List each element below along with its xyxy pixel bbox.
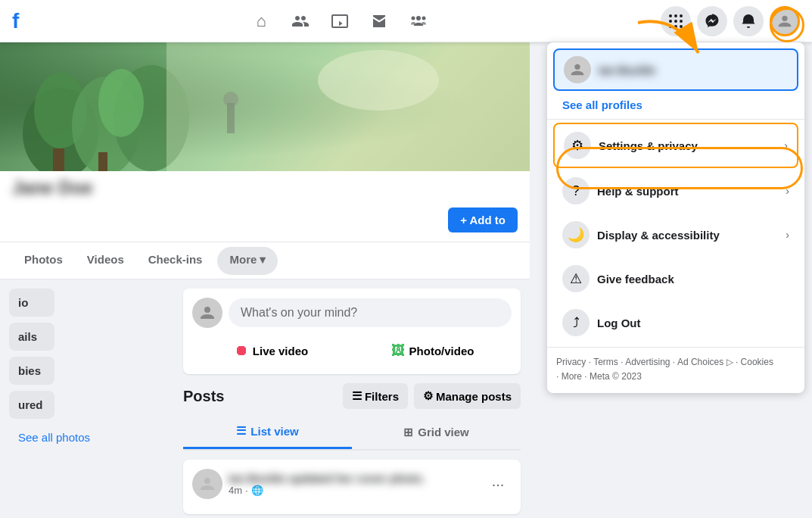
- nav-friends-btn[interactable]: [282, 3, 319, 39]
- display-label: Display & accessibility: [597, 229, 720, 242]
- nav-watch-btn[interactable]: [322, 3, 358, 39]
- post-actions: ⏺ Live video 🖼 Photo/video: [192, 337, 512, 365]
- footer-privacy-link[interactable]: Privacy: [556, 357, 586, 367]
- main-feed: What's on your mind? ⏺ Live video 🖼 Phot…: [174, 279, 530, 518]
- svg-point-2: [412, 16, 415, 20]
- nav-home-btn[interactable]: ⌂: [243, 3, 279, 39]
- profile-tabs: Photos Videos Check-ins More ▾: [0, 242, 530, 279]
- orange-arrow-annotation: [630, 15, 721, 71]
- view-tabs: ☰ List view ⊞ Grid view: [183, 415, 521, 451]
- profile-area: Jane Doe + Add to: [0, 171, 530, 242]
- filter-icon: ☰: [352, 389, 362, 403]
- logout-icon: ⤴: [562, 309, 590, 336]
- svg-point-0: [416, 16, 421, 20]
- svg-point-24: [318, 50, 439, 111]
- help-icon: ?: [562, 177, 590, 204]
- settings-chevron-icon: ›: [784, 139, 788, 151]
- list-view-icon: ☰: [236, 424, 246, 438]
- help-support-item[interactable]: ? Help & support ›: [553, 170, 798, 212]
- grid-view-icon: ⊞: [403, 426, 413, 439]
- see-all-photos-link[interactable]: See all photos: [9, 425, 165, 450]
- sidebar-item-2: ails: [9, 323, 54, 351]
- footer-more-link[interactable]: More: [562, 371, 582, 382]
- dropdown-avatar: [564, 56, 591, 83]
- live-video-btn[interactable]: ⏺ Live video: [192, 337, 350, 365]
- tab-photos[interactable]: Photos: [12, 242, 75, 279]
- add-to-button[interactable]: + Add to: [448, 208, 518, 232]
- post-more-btn[interactable]: ···: [484, 470, 512, 498]
- footer-adchoices-link[interactable]: Ad Choices ▷: [677, 357, 733, 367]
- cover-photo: [0, 42, 530, 171]
- svg-rect-19: [53, 148, 64, 171]
- left-sidebar: io ails bies ured See all photos: [0, 279, 174, 518]
- svg-point-27: [574, 64, 580, 70]
- photo-icon: 🖼: [391, 343, 405, 359]
- posts-buttons: ☰ Filters ⚙ Manage posts: [343, 383, 521, 409]
- list-view-tab[interactable]: ☰ List view: [183, 415, 352, 449]
- feed-post-user-info: Ian Buckle updated her cover photo. 4m ·…: [229, 472, 425, 496]
- nav-left: f: [12, 9, 19, 33]
- profile-actions: + Add to: [12, 208, 518, 232]
- chevron-down-icon: ▾: [260, 253, 266, 267]
- help-chevron-icon: ›: [786, 185, 789, 197]
- logout-label: Log Out: [597, 317, 640, 329]
- notifications-btn[interactable]: [733, 6, 764, 36]
- posts-title: Posts: [183, 388, 224, 405]
- logout-item[interactable]: ⤴ Log Out: [553, 301, 798, 344]
- svg-point-26: [204, 478, 210, 484]
- nav-center: ⌂: [19, 3, 661, 39]
- svg-point-25: [204, 307, 210, 313]
- filters-btn[interactable]: ☰ Filters: [343, 383, 408, 409]
- sidebar-item-4: ured: [9, 391, 54, 419]
- feed-post-header: Ian Buckle updated her cover photo. 4m ·…: [192, 469, 512, 499]
- help-label: Help & support: [597, 185, 679, 198]
- footer-cookies-link[interactable]: Cookies: [741, 357, 773, 367]
- profile-avatar-btn[interactable]: [770, 6, 800, 36]
- account-dropdown: Ian Buckle See all profiles ⚙ Settings &…: [547, 42, 804, 393]
- sidebar-item-1: io: [9, 289, 54, 317]
- feed-post: Ian Buckle updated her cover photo. 4m ·…: [183, 460, 521, 514]
- settings-privacy-item[interactable]: ⚙ Settings & privacy ›: [553, 123, 798, 168]
- feed-post-user: Ian Buckle updated her cover photo. 4m ·…: [192, 469, 425, 499]
- post-input-row: What's on your mind?: [192, 298, 512, 328]
- display-accessibility-item[interactable]: 🌙 Display & accessibility ›: [553, 214, 798, 256]
- display-icon: 🌙: [562, 221, 590, 248]
- gear-icon: ⚙: [423, 389, 433, 403]
- feedback-icon: ⚠: [562, 265, 590, 292]
- footer-terms-link[interactable]: Terms: [593, 357, 618, 367]
- dropdown-footer: Privacy · Terms · Advertising · Ad Choic…: [547, 347, 804, 387]
- tab-videos[interactable]: Videos: [75, 242, 136, 279]
- posts-header: Posts ☰ Filters ⚙ Manage posts: [183, 383, 521, 409]
- photo-video-btn[interactable]: 🖼 Photo/video: [353, 337, 512, 365]
- svg-rect-20: [98, 152, 107, 171]
- tab-more[interactable]: More ▾: [217, 247, 278, 275]
- display-chevron-icon: ›: [786, 229, 789, 241]
- tab-checkins[interactable]: Check-ins: [136, 242, 215, 279]
- feed-post-avatar: [192, 469, 222, 499]
- page-layout: io ails bies ured See all photos What's …: [0, 279, 530, 518]
- footer-meta-copyright: Meta © 2023: [590, 371, 642, 382]
- facebook-logo: f: [12, 9, 19, 33]
- globe-icon: 🌐: [251, 485, 263, 496]
- see-all-profiles-link[interactable]: See all profiles: [547, 94, 804, 120]
- feedback-label: Give feedback: [597, 273, 674, 286]
- svg-point-1: [422, 16, 426, 20]
- feed-post-name: Ian Buckle updated her cover photo.: [229, 472, 425, 485]
- manage-posts-btn[interactable]: ⚙ Manage posts: [414, 383, 521, 409]
- svg-point-18: [98, 69, 144, 137]
- post-box: What's on your mind? ⏺ Live video 🖼 Phot…: [183, 289, 521, 374]
- settings-icon: ⚙: [564, 132, 591, 159]
- post-input-field[interactable]: What's on your mind?: [229, 298, 512, 327]
- settings-label: Settings & privacy: [599, 139, 698, 152]
- give-feedback-item[interactable]: ⚠ Give feedback: [553, 257, 798, 300]
- nav-groups-btn[interactable]: [400, 3, 437, 39]
- feed-post-meta: 4m · 🌐: [229, 485, 425, 496]
- nav-marketplace-btn[interactable]: [361, 3, 397, 39]
- grid-view-tab[interactable]: ⊞ Grid view: [352, 415, 521, 449]
- footer-advertising-link[interactable]: Advertising: [625, 357, 670, 367]
- profile-name: Jane Doe: [12, 171, 518, 201]
- svg-point-12: [782, 15, 787, 20]
- sidebar-item-3: bies: [9, 357, 54, 385]
- post-box-avatar: [192, 298, 222, 328]
- live-icon: ⏺: [235, 343, 248, 359]
